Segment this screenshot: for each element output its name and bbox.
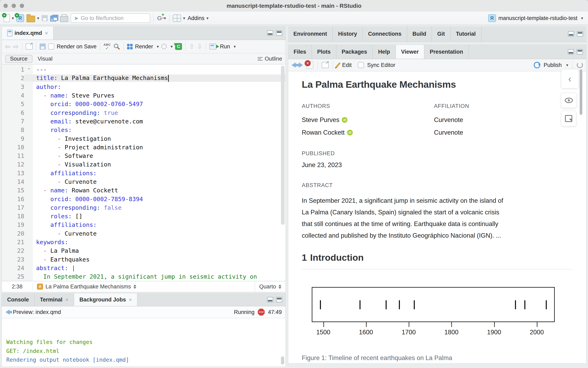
tab-index-qmd[interactable]: index.qmd × (2, 27, 54, 40)
code-line[interactable]: 17 corresponding: false (2, 203, 285, 212)
chevron-down-icon[interactable]: ▾ (183, 16, 185, 21)
editor-scrollbar[interactable] (281, 66, 285, 225)
annotation-button[interactable] (561, 111, 576, 126)
minimize-pane-icon[interactable] (267, 30, 273, 36)
code-line[interactable]: 2title: La Palma Earthquake Mechanisms (2, 74, 285, 83)
chevron-down-icon[interactable]: ▾ (12, 16, 14, 21)
section-selector-icon[interactable] (133, 285, 136, 289)
cursor-position[interactable]: 2:38 (2, 284, 33, 290)
code-line[interactable]: 5 orcid: 0000-0002-0760-5497 (2, 100, 285, 108)
section-navigator[interactable]: La Palma Earthquake Mechanisms (46, 284, 131, 290)
search-icon[interactable] (113, 43, 120, 50)
go-next-section-icon[interactable]: ⇩ (197, 43, 202, 50)
code-line[interactable]: 22 - La Palma (2, 246, 285, 255)
chevron-down-icon[interactable]: ▾ (581, 16, 583, 21)
document-format-selector[interactable]: Quarto (255, 281, 285, 292)
code-line[interactable]: 8 roles: (2, 126, 285, 134)
close-window-button[interactable] (3, 4, 8, 8)
code-line[interactable]: 16 orcid: 0000-0002-7859-8394 (2, 195, 285, 203)
addins-menu[interactable]: Addins ▾ (188, 15, 209, 21)
go-previous-section-icon[interactable]: ⇧ (189, 43, 194, 50)
code-line[interactable]: 12 - Visualization (2, 160, 285, 169)
close-icon[interactable]: × (129, 297, 132, 303)
collapse-panel-button[interactable]: ‹ (561, 69, 579, 88)
chevron-down-icon[interactable]: ▾ (566, 63, 568, 67)
code-line[interactable]: 13 affiliations: (2, 169, 285, 177)
code-line[interactable]: 15 - name: Rowan Cockett (2, 186, 285, 195)
fold-arrow-icon[interactable]: ▾ (28, 66, 30, 71)
goto-file-function-input[interactable]: ➤ Go to file/function (71, 13, 150, 23)
tab-packages[interactable]: Packages (336, 45, 373, 59)
outline-toggle[interactable]: Outline (258, 56, 282, 62)
tab-environment[interactable]: Environment (288, 26, 333, 41)
back-icon[interactable]: ⇦ (5, 42, 11, 51)
new-project-button[interactable]: R+ (16, 14, 24, 22)
code-line[interactable]: 23 - Earthquakes (2, 255, 285, 264)
open-file-button[interactable]: ▾ (27, 14, 39, 22)
minimize-pane-icon[interactable] (568, 49, 574, 55)
maximize-pane-icon[interactable] (577, 49, 583, 55)
project-menu[interactable]: R manuscript-template-rstudio-test ▾ (488, 14, 583, 22)
chevron-down-icon[interactable]: ▾ (37, 16, 39, 21)
close-icon[interactable]: × (45, 30, 48, 36)
minimize-pane-icon[interactable] (568, 31, 574, 37)
viewer-content[interactable]: La Palma Earthquake Mechanisms AUTHORS A… (288, 71, 586, 363)
code-line[interactable]: 14 - Curvenote (2, 177, 285, 186)
new-file-button[interactable]: + ▾ (4, 14, 14, 22)
maximize-pane-icon[interactable] (577, 31, 583, 37)
edit-pencil-icon[interactable] (335, 62, 340, 68)
forward-icon[interactable]: ⇨ (13, 42, 19, 51)
code-line[interactable]: 19 affiliations: (2, 221, 285, 229)
tab-terminal[interactable]: Terminal× (35, 293, 74, 306)
open-in-new-window-icon[interactable] (26, 44, 33, 50)
back-icon[interactable] (6, 309, 9, 315)
tab-plots[interactable]: Plots (312, 45, 336, 59)
minimize-pane-icon[interactable] (267, 297, 273, 302)
tab-tutorial[interactable]: Tutorial (451, 26, 481, 41)
tab-help[interactable]: Help (373, 45, 396, 59)
tab-git[interactable]: Git (432, 26, 451, 41)
code-line[interactable]: 24abstract: | (2, 264, 285, 272)
render-on-save-checkbox[interactable] (48, 44, 54, 50)
version-control-button[interactable]: G+− ▾ (157, 15, 166, 22)
tab-connections[interactable]: Connections (363, 26, 407, 41)
code-line[interactable]: 11 - Software (2, 152, 285, 160)
run-button[interactable]: Run (209, 44, 230, 50)
visibility-button[interactable] (561, 93, 577, 108)
minimize-window-button[interactable] (12, 4, 16, 8)
gear-icon[interactable] (161, 44, 167, 49)
maximize-pane-icon[interactable] (276, 30, 282, 36)
code-editor[interactable]: 1▾---2title: La Palma Earthquake Mechani… (2, 64, 285, 281)
source-mode-button[interactable]: Source (5, 55, 32, 63)
save-button[interactable] (42, 15, 48, 21)
edit-label[interactable]: Edit (342, 62, 352, 68)
orcid-icon[interactable]: iD (342, 117, 348, 123)
orcid-icon[interactable]: iD (347, 130, 353, 136)
save-all-button[interactable] (50, 15, 57, 22)
tab-console[interactable]: Console (2, 293, 35, 306)
tab-files[interactable]: Files (288, 45, 312, 59)
tab-background-jobs[interactable]: Background Jobs× (74, 293, 138, 306)
clear-viewer-icon[interactable] (306, 61, 313, 69)
code-line[interactable]: 1▾--- (2, 65, 285, 74)
save-document-button[interactable] (40, 44, 46, 50)
render-button[interactable]: Render (127, 44, 153, 50)
code-line[interactable]: 4 - name: Steve Purves (2, 91, 285, 100)
code-line[interactable]: 21keywords: (2, 238, 285, 246)
viewer-back-icon[interactable] (292, 62, 296, 68)
chevron-down-icon[interactable]: ▾ (171, 44, 173, 49)
publish-label[interactable]: Publish (543, 62, 562, 68)
code-line[interactable]: 10 - Project administration (2, 143, 285, 152)
tab-viewer[interactable]: Viewer (396, 45, 425, 59)
code-line[interactable]: 7 email: steve@curvenote.com (2, 117, 285, 126)
insert-chunk-button[interactable]: C (175, 43, 182, 50)
chevron-down-icon[interactable]: ▾ (234, 44, 236, 49)
code-line[interactable]: 9 - Investigation (2, 134, 285, 143)
print-button[interactable] (60, 16, 68, 22)
console-output[interactable]: Watching files for changesGET: /index.ht… (2, 318, 285, 367)
code-line[interactable]: 20 - Curvenote (2, 229, 285, 238)
console-scrollbar[interactable] (281, 356, 284, 365)
code-line[interactable]: 3author: (2, 83, 285, 91)
publish-icon[interactable] (534, 62, 540, 68)
spellcheck-icon[interactable]: ABC✓ (103, 43, 111, 50)
